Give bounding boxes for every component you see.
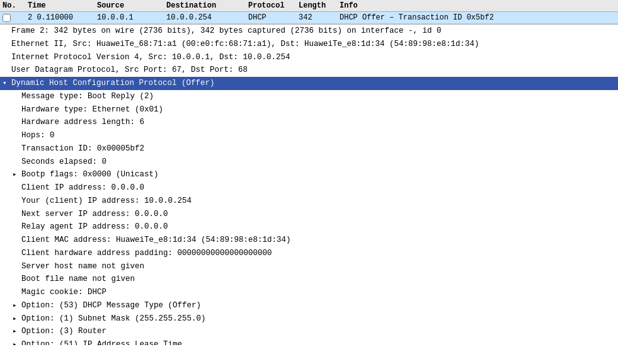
- detail-row-hw-type[interactable]: Hardware type: Ethernet (0x01): [0, 103, 618, 117]
- detail-text-transaction-id: Transaction ID: 0x00005bf2: [21, 143, 144, 155]
- col-length: Length: [299, 1, 340, 10]
- detail-row-frame[interactable]: Frame 2: 342 bytes on wire (2736 bits), …: [0, 25, 618, 38]
- detail-text-udp: User Datagram Protocol, Src Port: 67, Ds…: [11, 64, 248, 76]
- expand-icon-opt51[interactable]: [13, 339, 21, 345]
- detail-text-client-mac: Client MAC address: HuaweiTe_e8:1d:34 (5…: [21, 234, 291, 246]
- expand-icon-opt53[interactable]: [13, 300, 21, 311]
- col-protocol: Protocol: [248, 1, 299, 10]
- expand-icon-opt1[interactable]: [13, 314, 21, 324]
- detail-row-hops[interactable]: Hops: 0: [0, 129, 618, 142]
- row-protocol: DHCP: [248, 13, 299, 22]
- detail-text-next-server-ip: Next server IP address: 0.0.0.0: [21, 208, 168, 220]
- row-checkbox[interactable]: [3, 14, 11, 22]
- expand-icon-dhcp[interactable]: [3, 78, 11, 89]
- detail-row-boot-file[interactable]: Boot file name not given: [0, 273, 618, 286]
- detail-text-opt3: Option: (3) Router: [21, 326, 106, 338]
- detail-text-server-host: Server host name not given: [21, 261, 144, 273]
- detail-row-hw-addr-len[interactable]: Hardware address length: 6: [0, 116, 618, 129]
- row-info: DHCP Offer – Transaction ID 0x5bf2: [340, 13, 615, 22]
- detail-text-magic-cookie: Magic cookie: DHCP: [21, 287, 106, 299]
- col-source: Source: [97, 1, 166, 10]
- detail-text-hw-type: Hardware type: Ethernet (0x01): [21, 104, 163, 116]
- detail-row-bootp-flags[interactable]: Bootp flags: 0x0000 (Unicast): [0, 168, 618, 181]
- detail-row-udp[interactable]: User Datagram Protocol, Src Port: 67, Ds…: [0, 64, 618, 77]
- detail-text-ipv4: Internet Protocol Version 4, Src: 10.0.0…: [11, 52, 290, 64]
- expand-icon-opt3[interactable]: [13, 326, 21, 337]
- detail-text-hw-addr-len: Hardware address length: 6: [21, 117, 144, 128]
- detail-text-opt51: Option: (51) IP Address Lease Time: [21, 339, 182, 345]
- detail-text-client-hw-padding: Client hardware address padding: 0000000…: [21, 247, 272, 259]
- packet-table-header: No. Time Source Destination Protocol Len…: [0, 0, 618, 12]
- detail-row-client-mac[interactable]: Client MAC address: HuaweiTe_e8:1d:34 (5…: [0, 234, 618, 247]
- detail-text-bootp-flags: Bootp flags: 0x0000 (Unicast): [21, 169, 159, 181]
- expand-icon-bootp-flags[interactable]: [13, 169, 21, 180]
- detail-row-client-ip[interactable]: Client IP address: 0.0.0.0: [0, 181, 618, 195]
- detail-row-magic-cookie[interactable]: Magic cookie: DHCP: [0, 286, 618, 299]
- detail-row-your-ip[interactable]: Your (client) IP address: 10.0.0.254: [0, 195, 618, 208]
- row-checkbox-cell: [3, 13, 28, 22]
- detail-text-opt1: Option: (1) Subnet Mask (255.255.255.0): [21, 313, 206, 325]
- packet-row[interactable]: 2 0.110000 10.0.0.1 10.0.0.254 DHCP 342 …: [0, 12, 618, 24]
- col-no: No.: [3, 1, 28, 10]
- detail-text-hops: Hops: 0: [21, 130, 55, 142]
- detail-text-opt53: Option: (53) DHCP Message Type (Offer): [21, 300, 201, 312]
- detail-text-msg-type: Message type: Boot Reply (2): [21, 91, 154, 103]
- detail-text-dhcp: Dynamic Host Configuration Protocol (Off…: [11, 77, 215, 89]
- col-destination: Destination: [166, 1, 248, 10]
- detail-row-relay-ip[interactable]: Relay agent IP address: 0.0.0.0: [0, 220, 618, 234]
- detail-text-your-ip: Your (client) IP address: 10.0.0.254: [21, 195, 192, 207]
- col-info: Info: [340, 1, 615, 10]
- detail-row-msg-type[interactable]: Message type: Boot Reply (2): [0, 90, 618, 103]
- detail-row-opt1[interactable]: Option: (1) Subnet Mask (255.255.255.0): [0, 312, 618, 326]
- detail-row-transaction-id[interactable]: Transaction ID: 0x00005bf2: [0, 142, 618, 156]
- detail-text-client-ip: Client IP address: 0.0.0.0: [21, 182, 144, 194]
- detail-row-dhcp[interactable]: Dynamic Host Configuration Protocol (Off…: [0, 77, 618, 90]
- row-source: 10.0.0.1: [97, 13, 166, 22]
- detail-text-relay-ip: Relay agent IP address: 0.0.0.0: [21, 221, 168, 233]
- col-time: Time: [28, 1, 97, 10]
- detail-row-opt3[interactable]: Option: (3) Router: [0, 325, 618, 338]
- detail-text-boot-file: Boot file name not given: [21, 273, 135, 285]
- detail-row-client-hw-padding[interactable]: Client hardware address padding: 0000000…: [0, 247, 618, 260]
- detail-row-opt51[interactable]: Option: (51) IP Address Lease Time: [0, 338, 618, 345]
- detail-text-seconds: Seconds elapsed: 0: [21, 156, 106, 168]
- detail-text-frame: Frame 2: 342 bytes on wire (2736 bits), …: [11, 25, 442, 37]
- detail-panel: Frame 2: 342 bytes on wire (2736 bits), …: [0, 24, 618, 345]
- detail-text-ethernet: Ethernet II, Src: HuaweiTe_68:71:a1 (00:…: [11, 38, 479, 50]
- detail-row-server-host[interactable]: Server host name not given: [0, 260, 618, 273]
- detail-row-ipv4[interactable]: Internet Protocol Version 4, Src: 10.0.0…: [0, 51, 618, 64]
- row-time: 2 0.110000: [28, 13, 97, 22]
- detail-row-opt53[interactable]: Option: (53) DHCP Message Type (Offer): [0, 299, 618, 312]
- detail-row-seconds[interactable]: Seconds elapsed: 0: [0, 156, 618, 169]
- detail-row-ethernet[interactable]: Ethernet II, Src: HuaweiTe_68:71:a1 (00:…: [0, 38, 618, 51]
- detail-row-next-server-ip[interactable]: Next server IP address: 0.0.0.0: [0, 208, 618, 221]
- row-length: 342: [299, 13, 340, 22]
- row-destination: 10.0.0.254: [166, 13, 248, 22]
